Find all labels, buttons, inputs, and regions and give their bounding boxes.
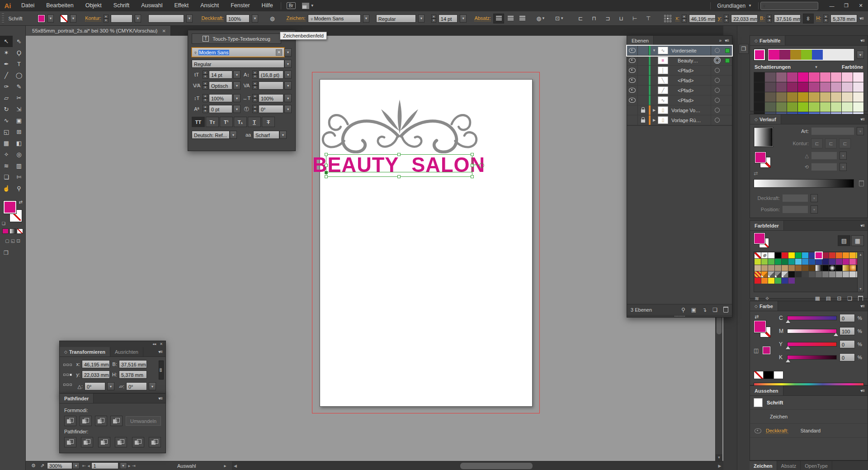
artboard-number-field[interactable]: 1 <box>91 462 118 469</box>
swap-fill-stroke-icon[interactable]: ⇄ <box>19 199 23 204</box>
slider-track[interactable] <box>787 355 837 360</box>
none-mode-button[interactable] <box>17 228 23 234</box>
slider-track[interactable] <box>787 329 837 333</box>
color-variation-swatch[interactable] <box>787 72 797 82</box>
paintbrush-tool[interactable]: ✑ <box>0 81 13 92</box>
swatch-cell[interactable] <box>782 259 788 265</box>
new-layer-icon[interactable]: ❏ <box>712 307 717 313</box>
color-variation-swatch[interactable] <box>754 82 764 92</box>
layer-row-vorlage-rueckseite[interactable]: ▶ Vorlage Rü… <box>627 115 732 125</box>
lock-toggle[interactable] <box>638 56 649 65</box>
leading-dropdown[interactable] <box>284 71 292 79</box>
isolate-selection-button[interactable]: ⊡▼ <box>554 14 565 24</box>
language-field[interactable]: Deutsch: Ref... <box>192 131 230 139</box>
scissors-tool[interactable]: ✂ <box>13 92 25 104</box>
swatches-tab[interactable]: Farbfelder <box>750 221 784 230</box>
zoom-level-field[interactable]: 300% <box>47 462 72 469</box>
swatch-cell[interactable] <box>849 271 856 277</box>
menu-objekt[interactable]: Objekt <box>80 0 108 11</box>
character-rotation-stepper[interactable]: ▲▼ <box>252 105 258 113</box>
artboard-tool[interactable]: ❏ <box>0 171 13 183</box>
y-field[interactable]: 22,033 mm <box>82 370 110 379</box>
out-of-gamut-cube-icon[interactable]: ◫ <box>754 347 759 354</box>
panel-menu-icon[interactable] <box>857 36 868 45</box>
artboard-dropdown[interactable] <box>120 462 127 469</box>
collapse-icon[interactable]: ◇ <box>755 304 758 309</box>
swatch-cell[interactable] <box>849 259 856 265</box>
appearance-row[interactable]: Zeichen <box>750 410 868 424</box>
expand-button[interactable]: Umwandeln <box>126 416 161 426</box>
font-size-field[interactable]: 14 pt <box>209 71 232 79</box>
color-variation-swatch[interactable] <box>776 82 787 92</box>
type-tool[interactable]: T <box>13 58 25 70</box>
exclude-button[interactable] <box>110 416 123 426</box>
collapse-icon[interactable]: ◇ <box>755 117 758 122</box>
last-artboard-icon[interactable]: ⇥ <box>132 463 136 468</box>
fill-color-swatch[interactable] <box>38 14 45 23</box>
shades-label[interactable]: Schattierungen <box>755 64 791 70</box>
gradient-angle-field[interactable] <box>811 152 837 160</box>
vertical-scale-dropdown[interactable] <box>233 94 241 102</box>
swatch-cell[interactable] <box>775 278 781 284</box>
all-caps-button[interactable]: TT <box>192 117 205 127</box>
transform-tab[interactable]: ◇Transformieren <box>60 347 110 356</box>
width-field[interactable]: 37,516 mm <box>774 14 801 23</box>
gradient-mode-button[interactable] <box>9 228 16 234</box>
height-stepper[interactable]: ▲▼ <box>823 14 828 23</box>
color-variation-swatch[interactable] <box>831 72 841 82</box>
swatch-cell[interactable] <box>761 252 768 258</box>
swatch-cell[interactable] <box>809 265 815 271</box>
color-variation-swatch[interactable] <box>754 72 764 82</box>
color-mode-button[interactable] <box>2 228 9 234</box>
width-tool[interactable]: ∿ <box>0 115 13 126</box>
swatch-cell[interactable] <box>816 252 822 258</box>
target-button[interactable] <box>711 66 723 75</box>
envelope-distort-button[interactable]: ◍▼ <box>535 14 546 24</box>
workspace-switcher[interactable]: Grundlagen▼ <box>712 3 756 9</box>
swatch-cell[interactable] <box>788 259 795 265</box>
swatch-cell[interactable] <box>816 265 822 271</box>
new-sublayer-icon[interactable]: ↴ <box>702 307 707 313</box>
font-family-field[interactable]: ⌕ Modern Sans <box>308 14 361 23</box>
selection-proxy[interactable] <box>723 66 732 75</box>
swatch-cell[interactable] <box>788 265 795 271</box>
selection-handle[interactable] <box>397 153 401 156</box>
swatch-cell[interactable] <box>755 271 761 277</box>
stroke-width-dropdown[interactable] <box>135 14 142 23</box>
rotate-angle-field[interactable]: 0° <box>85 382 105 390</box>
swatch-cell[interactable] <box>795 265 802 271</box>
search-input[interactable]: ⌕ <box>760 2 818 10</box>
swatch-cell[interactable] <box>836 259 842 265</box>
stroke-width-field[interactable] <box>111 14 132 23</box>
underline-button[interactable]: T <box>248 117 261 127</box>
color-variation-swatch[interactable] <box>798 72 808 82</box>
mesh-tool[interactable]: ▦ <box>0 138 13 149</box>
layer-name[interactable]: Beauty… <box>671 58 711 63</box>
color-variation-swatch[interactable] <box>853 102 863 112</box>
align-center-button[interactable] <box>505 14 516 24</box>
text-anchor-handle[interactable] <box>325 171 328 174</box>
color-variation-swatch[interactable] <box>798 82 808 92</box>
color-variation-swatch[interactable] <box>776 92 787 102</box>
color-variation-swatch[interactable] <box>787 82 797 92</box>
swatch-cell[interactable] <box>775 252 781 258</box>
align-tab[interactable]: Ausrichten <box>110 347 143 356</box>
tints-label[interactable]: Farbtöne <box>842 64 863 70</box>
stroke-gradient-within-button[interactable]: ⊏ <box>811 138 823 148</box>
panel-menu-icon[interactable] <box>857 301 868 311</box>
gradient-type-dropdown[interactable] <box>857 127 864 135</box>
color-variation-swatch[interactable] <box>842 102 852 112</box>
lock-toggle[interactable] <box>638 46 649 55</box>
visibility-toggle[interactable] <box>627 46 638 55</box>
selection-proxy[interactable] <box>723 95 732 105</box>
none-chip[interactable] <box>754 371 764 379</box>
layer-row-vorlage-vorderseite[interactable]: ▶ Vorlage Vo… <box>627 105 732 115</box>
pencil-tool[interactable]: ✎ <box>13 81 25 92</box>
selection-handle[interactable] <box>325 164 328 167</box>
gamut-color-swatch[interactable] <box>763 347 770 354</box>
swatch-cell[interactable] <box>822 252 829 258</box>
minus-front-button[interactable] <box>80 416 92 426</box>
panel-resize-handle[interactable] <box>627 315 732 317</box>
horizontal-scale-field[interactable]: 100% <box>259 94 283 102</box>
slider-handle[interactable] <box>786 346 790 349</box>
